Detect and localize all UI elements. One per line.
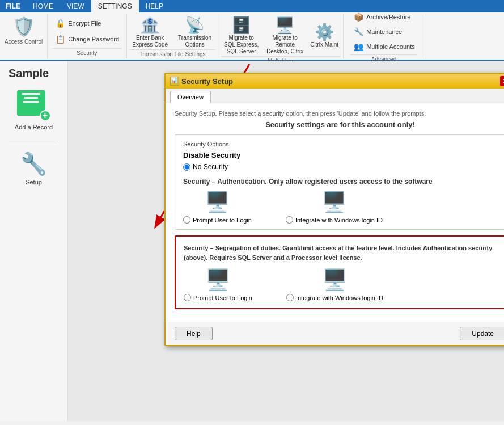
prompt-login-option: 🖥️ Prompt User to Login (183, 190, 252, 224)
transmission-items: 🏦 Enter Bank Express Code 📡 Transmission… (129, 15, 215, 49)
encrypt-icon: 🔒 (54, 18, 66, 29)
modal-app-icon: 📊 (170, 77, 179, 86)
encrypt-file-item[interactable]: 🔒 Encrypt File (52, 16, 121, 30)
seg-windows-label: Integrate with Windows login ID (296, 294, 383, 301)
transmission-options-label: Transmission Options (176, 35, 213, 48)
disable-security-title: Disable Security (183, 151, 497, 159)
modal-important-text: Security settings are for this account o… (175, 120, 504, 129)
archive-restore-item[interactable]: 📦 Archive/Restore (350, 10, 417, 24)
modal-title-area: 📊 Security Setup (170, 77, 233, 86)
setup-label: Setup (26, 179, 42, 186)
add-record-label: Add a Record (15, 124, 53, 131)
seg-prompt-login-option: 🖥️ Prompt User to Login (184, 268, 252, 301)
help-button[interactable]: Help (175, 327, 213, 340)
segregation-section: Security – Segregation of duties. Grant/… (175, 235, 504, 309)
transmission-options-item[interactable]: 📡 Transmission Options (174, 15, 215, 49)
ribbon-content: 🛡️ Access Control 🔒 Encrypt File 📋 Chang… (0, 12, 504, 61)
transmission-icon: 📡 (185, 16, 205, 35)
password-icon: 📋 (54, 33, 66, 45)
sql-icon: 🗄️ (231, 16, 251, 35)
shield-icon: 🛡️ (12, 16, 35, 37)
seg-prompt-icon: 🖥️ (205, 268, 231, 292)
prompt-login-icon: 🖥️ (205, 190, 230, 214)
citrix-maint-item[interactable]: ⚙️ Citrix Maint (308, 22, 341, 49)
no-security-option[interactable]: No Security (183, 163, 497, 171)
multiple-accounts-label: Multiple Accounts (366, 43, 415, 50)
seg-windows-radio[interactable] (286, 294, 294, 301)
disable-security-block: Disable Security No Security (183, 151, 497, 171)
modal-tabs: Overview (166, 89, 504, 103)
modal-body: Security Setup. Please select a security… (166, 103, 504, 322)
maintenance-item[interactable]: 🔧 Maintenance (350, 25, 417, 39)
main-area: Sample + Add a Record 🔧 Setup (0, 61, 504, 421)
update-button[interactable]: Update (460, 327, 504, 340)
auth-title: Security – Authentication. Only allow re… (183, 178, 497, 186)
remote-icon: 🖥️ (275, 16, 295, 35)
transmission-group: 🏦 Enter Bank Express Code 📡 Transmission… (127, 14, 218, 58)
prompt-login-label: Prompt User to Login (193, 217, 252, 224)
change-password-label: Change Password (68, 36, 119, 43)
modal-close-button[interactable]: ✕ (500, 76, 504, 86)
ribbon: FILE HOME VIEW SETTINGS HELP 🛡️ Access C… (0, 0, 504, 61)
tab-overview[interactable]: Overview (170, 91, 211, 103)
content-area: 📊 Security Setup ✕ Overview Security Set… (68, 61, 504, 421)
advanced-group: 📦 Archive/Restore 🔧 Maintenance 👥 Multip… (344, 14, 425, 58)
migrate-sql-label: Migrate to SQL Express, SQL Server (223, 35, 260, 55)
citrix-label: Citrix Maint (310, 41, 338, 48)
modal-footer: Help Update (166, 322, 504, 345)
modal-title: Security Setup (181, 77, 233, 86)
archive-icon: 📦 (353, 11, 364, 23)
citrix-icon: ⚙️ (315, 23, 334, 41)
access-control-label: Access Control (5, 39, 43, 45)
tab-file[interactable]: FILE (0, 0, 26, 12)
seg-windows-row[interactable]: Integrate with Windows login ID (286, 294, 383, 301)
migrate-remote-item[interactable]: 🖥️ Migrate to Remote Desktop, Citrix (264, 15, 306, 56)
multiuser-group: 🗄️ Migrate to SQL Express, SQL Server 🖥️… (218, 14, 344, 58)
enter-bank-item[interactable]: 🏦 Enter Bank Express Code (129, 15, 171, 49)
sidebar-item-setup[interactable]: 🔧 Setup (3, 147, 65, 190)
migrate-remote-label: Migrate to Remote Desktop, Citrix (266, 35, 303, 55)
auth-options: 🖥️ Prompt User to Login 🖥️ (183, 190, 497, 224)
multiuser-items: 🗄️ Migrate to SQL Express, SQL Server 🖥️… (221, 15, 341, 56)
enter-bank-label: Enter Bank Express Code (132, 35, 168, 48)
modal-description: Security Setup. Please select a security… (175, 110, 504, 117)
accounts-icon: 👥 (353, 41, 364, 52)
change-password-item[interactable]: 📋 Change Password (52, 32, 121, 46)
seg-prompt-label: Prompt User to Login (193, 294, 252, 301)
migrate-sql-item[interactable]: 🗄️ Migrate to SQL Express, SQL Server (221, 15, 262, 56)
maintenance-label: Maintenance (366, 28, 402, 35)
add-record-icon: + (17, 90, 51, 121)
seg-prompt-radio[interactable] (184, 294, 191, 301)
windows-login-row[interactable]: Integrate with Windows login ID (286, 216, 383, 224)
security-group: 🛡️ Access Control 🔒 Encrypt File 📋 Chang… (0, 14, 127, 58)
archive-restore-label: Archive/Restore (366, 14, 410, 20)
security-setup-modal: 📊 Security Setup ✕ Overview Security Set… (164, 73, 504, 346)
tab-home[interactable]: HOME (26, 0, 60, 12)
prompt-login-row[interactable]: Prompt User to Login (183, 216, 252, 224)
no-security-label: No Security (193, 163, 228, 171)
sidebar: Sample + Add a Record 🔧 Setup (0, 61, 68, 421)
sidebar-item-add-record[interactable]: + Add a Record (3, 86, 65, 135)
no-security-radio[interactable] (183, 163, 190, 171)
segregation-options: 🖥️ Prompt User to Login 🖥️ Integrate wit… (184, 268, 497, 301)
tab-view[interactable]: VIEW (60, 0, 91, 12)
security-small-items: 🔒 Encrypt File 📋 Change Password Securit… (48, 14, 126, 58)
multiple-accounts-item[interactable]: 👥 Multiple Accounts (350, 40, 417, 53)
windows-login-icon: 🖥️ (321, 190, 347, 214)
transmission-group-label: Transmission File Settings (129, 49, 215, 57)
windows-login-option: 🖥️ Integrate with Windows login ID (286, 190, 383, 224)
maintenance-icon: 🔧 (353, 26, 364, 37)
tab-help[interactable]: HELP (139, 0, 170, 12)
sidebar-title: Sample (9, 67, 49, 80)
seg-prompt-row[interactable]: Prompt User to Login (184, 294, 252, 301)
seg-windows-icon: 🖥️ (322, 268, 348, 292)
seg-windows-option: 🖥️ Integrate with Windows login ID (286, 268, 383, 301)
setup-icon: 🔧 (20, 152, 47, 176)
security-options-label: Security Options (183, 141, 497, 148)
tab-settings[interactable]: SETTINGS (91, 0, 139, 12)
segregation-description: Security – Segregation of duties. Grant/… (184, 243, 497, 262)
prompt-login-radio[interactable] (183, 216, 190, 224)
ribbon-tabs: FILE HOME VIEW SETTINGS HELP (0, 0, 504, 12)
windows-login-radio[interactable] (286, 216, 293, 224)
access-control-item[interactable]: 🛡️ Access Control (0, 14, 48, 58)
